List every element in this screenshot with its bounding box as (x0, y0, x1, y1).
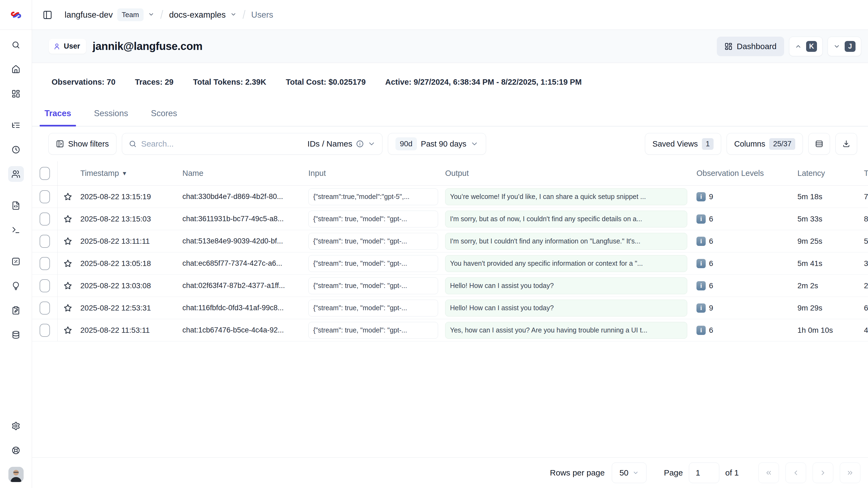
bookmark-star-icon[interactable] (58, 230, 78, 252)
dashboards-icon[interactable] (8, 86, 24, 101)
tracing-icon[interactable] (8, 117, 24, 133)
bookmark-star-icon[interactable] (58, 208, 78, 230)
trace-output-preview[interactable]: You’re welcome! If you’d like, I can sha… (445, 188, 687, 205)
bookmark-star-icon[interactable] (58, 319, 78, 341)
breadcrumb-project[interactable]: docs-examples (169, 10, 225, 20)
row-checkbox[interactable] (40, 324, 50, 337)
saved-views-button[interactable]: Saved Views 1 (645, 133, 721, 155)
trace-input-preview[interactable]: {"stream": true, "model": "gpt-... (308, 233, 438, 250)
table-row[interactable]: 2025-08-22 11:53:11 chat:1cb67476-b5ce-4… (32, 319, 868, 341)
last-page-button[interactable] (840, 462, 860, 483)
prompts-icon[interactable] (8, 197, 24, 213)
export-button[interactable] (835, 133, 857, 155)
row-checkbox[interactable] (40, 213, 50, 225)
bookmark-star-icon[interactable] (58, 297, 78, 319)
annotation-icon[interactable] (8, 302, 24, 318)
row-checkbox[interactable] (40, 235, 50, 248)
evaluation-icon[interactable] (8, 253, 24, 269)
table-row[interactable]: 2025-08-22 13:11:11 chat:513e84e9-9039-4… (32, 230, 868, 252)
table-body: 2025-08-22 13:15:19 chat:330bd4e7-d869-4… (32, 186, 868, 341)
row-height-button[interactable] (808, 133, 830, 155)
trace-input-preview[interactable]: {"stream": true, "model": "gpt-... (308, 211, 438, 227)
breadcrumb-org[interactable]: langfuse-dev (65, 10, 113, 20)
prev-page-button[interactable] (785, 462, 806, 483)
trace-output-preview[interactable]: I'm sorry, but I couldn't find any infor… (445, 233, 687, 250)
trace-total-clipped: 2 (864, 281, 868, 290)
users-icon[interactable] (8, 166, 24, 182)
table-row[interactable]: 2025-08-22 13:03:08 chat:02f63f47-87b2-4… (32, 275, 868, 297)
trace-input-preview[interactable]: {"stream": true, "model": "gpt-... (308, 300, 438, 316)
trace-output-preview[interactable]: Yes, how can I assist you? Are you havin… (445, 322, 687, 339)
trace-name[interactable]: chat:3611931b-bc77-49c5-a8... (182, 215, 284, 223)
layout-dashboard-icon (724, 42, 733, 51)
user-avatar[interactable] (8, 467, 24, 482)
trace-output-preview[interactable]: Hello! How can I assist you today? (445, 277, 687, 294)
next-page-button[interactable] (813, 462, 833, 483)
trace-output-preview[interactable]: You haven't provided any specific inform… (445, 255, 687, 272)
prev-user-button[interactable]: K (789, 37, 823, 56)
row-checkbox[interactable] (40, 279, 50, 292)
row-checkbox[interactable] (40, 302, 50, 314)
page-number-input[interactable] (689, 462, 719, 483)
table-row[interactable]: 2025-08-22 13:15:03 chat:3611931b-bc77-4… (32, 208, 868, 230)
columns-button[interactable]: Columns 25/37 (726, 133, 803, 155)
dashboard-button[interactable]: Dashboard (717, 37, 784, 56)
trace-input-preview[interactable]: {"stream": true, "model": "gpt-... (308, 322, 438, 339)
bookmark-star-icon[interactable] (58, 275, 78, 297)
settings-icon[interactable] (8, 418, 24, 434)
info-level-icon: i (696, 326, 706, 335)
bookmark-star-icon[interactable] (58, 186, 78, 208)
search-scope-select[interactable]: IDs / Names (308, 139, 376, 149)
col-timestamp[interactable]: Timestamp ▼ (78, 161, 182, 185)
support-icon[interactable] (8, 443, 24, 458)
chevron-right-icon (819, 469, 827, 477)
chevron-down-icon[interactable] (148, 11, 154, 19)
tab-traces[interactable]: Traces (43, 101, 72, 126)
rows-per-page-select[interactable]: 50 (612, 462, 647, 483)
trace-name[interactable]: chat:513e84e9-9039-42d0-bf... (182, 237, 283, 245)
sidebar-toggle-icon[interactable] (41, 9, 54, 21)
col-name[interactable]: Name (182, 161, 308, 185)
stat-total-cost: Total Cost: $0.025179 (286, 78, 366, 87)
table-row[interactable]: 2025-08-22 12:53:31 chat:116fbfdc-0fd3-4… (32, 297, 868, 319)
page-title: jannik@langfuse.com (93, 40, 203, 52)
sessions-icon[interactable] (8, 142, 24, 157)
search-icon[interactable] (8, 37, 24, 53)
observation-level-count: 9 (709, 192, 713, 201)
trace-input-preview[interactable]: {"stream": true, "model": "gpt-... (308, 277, 438, 294)
show-filters-button[interactable]: Show filters (48, 133, 117, 155)
row-checkbox[interactable] (40, 190, 50, 203)
tab-scores[interactable]: Scores (150, 101, 178, 126)
time-range-select[interactable]: 90d Past 90 days (388, 133, 486, 155)
trace-name[interactable]: chat:1cb67476-b5ce-4c4a-92... (182, 326, 284, 334)
langfuse-logo[interactable] (0, 0, 32, 30)
trace-output-preview[interactable]: I'm sorry, but as of now, I couldn't fin… (445, 211, 687, 227)
datasets-icon[interactable] (8, 327, 24, 342)
trace-input-preview[interactable]: {"stream":true,"model":"gpt-5",... (308, 188, 438, 205)
col-latency[interactable]: Latency (798, 161, 864, 185)
row-checkbox[interactable] (40, 257, 50, 270)
first-page-button[interactable] (758, 462, 779, 483)
trace-output-preview[interactable]: Hello! How can I assist you today? (445, 300, 687, 316)
home-icon[interactable] (8, 61, 24, 77)
trace-name[interactable]: chat:116fbfdc-0fd3-41af-99c8... (182, 304, 284, 312)
next-user-button[interactable]: J (828, 37, 861, 56)
bookmark-star-icon[interactable] (58, 252, 78, 274)
trace-name[interactable]: chat:ec685f77-7374-427c-a6... (182, 259, 282, 268)
table-row[interactable]: 2025-08-22 13:15:19 chat:330bd4e7-d869-4… (32, 186, 868, 208)
trace-latency: 5m 41s (798, 259, 823, 268)
select-all-checkbox[interactable] (40, 167, 50, 180)
trace-total-clipped: 4 (864, 326, 868, 335)
table-row[interactable]: 2025-08-22 13:05:18 chat:ec685f77-7374-4… (32, 252, 868, 275)
search-box[interactable]: IDs / Names (122, 133, 382, 155)
app-root: langfuse-dev Team docs-examples Users Us… (0, 0, 868, 488)
trace-name[interactable]: chat:330bd4e7-d869-4b2f-80... (182, 192, 283, 201)
lightbulb-icon[interactable] (8, 278, 24, 294)
search-input[interactable] (141, 139, 303, 149)
tab-sessions[interactable]: Sessions (93, 101, 129, 126)
trace-input-preview[interactable]: {"stream": true, "model": "gpt-... (308, 255, 438, 272)
trace-name[interactable]: chat:02f63f47-87b2-4377-a1ff... (182, 281, 285, 290)
playground-icon[interactable] (8, 222, 24, 238)
chevron-down-icon[interactable] (230, 11, 237, 19)
observation-level-count: 6 (709, 215, 713, 223)
